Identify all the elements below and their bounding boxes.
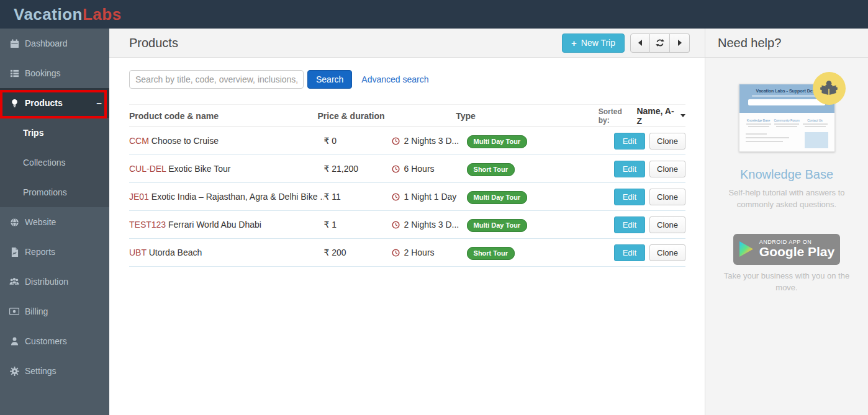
column-header-price-duration: Price & duration — [317, 111, 456, 121]
row-actions: Edit Clone — [614, 133, 685, 149]
sidebar-item-billing[interactable]: Billing — [0, 297, 109, 326]
sidebar-item-distribution[interactable]: Distribution — [0, 267, 109, 297]
sidebar-item-reports[interactable]: Reports — [0, 237, 109, 267]
google-play-badge[interactable]: ANDROID APP ON Google Play — [733, 234, 840, 265]
collapse-minus-icon[interactable]: − — [96, 98, 102, 109]
product-name-text: Ferrari World Abu Dhabi — [168, 220, 261, 230]
plus-icon: + — [571, 38, 577, 48]
type-badge: Multi Day Tour — [467, 219, 528, 232]
product-name-text: Exotic India – Rajasthan, Agra & Delhi B… — [151, 192, 324, 202]
search-input[interactable] — [129, 70, 304, 89]
knowledge-base-link[interactable]: Knowledge Base — [705, 167, 868, 182]
type-badge: Short Tour — [467, 163, 515, 176]
help-panel-title: Need help? — [705, 29, 868, 58]
table-header: Product code & name Price & duration Typ… — [129, 104, 685, 127]
edit-button[interactable]: Edit — [614, 161, 645, 177]
product-code-link[interactable]: TEST123 — [129, 220, 166, 230]
knowledge-base-thumbnail[interactable]: Vacation Labs - Support Desk Knowledge B… — [739, 84, 835, 152]
type-cell: Short Tour — [467, 164, 614, 174]
sidebar-item-label: Website — [25, 217, 56, 227]
arrow-right-icon — [678, 40, 682, 46]
price-cell: ₹ 21,200 — [323, 164, 391, 174]
duration-cell: 2 Nights 3 D... — [392, 220, 467, 230]
sidebar-item-trips[interactable]: Trips — [0, 118, 109, 148]
product-code-link[interactable]: CUL-DEL — [129, 164, 166, 174]
duration-cell: 1 Night 1 Day — [392, 192, 467, 202]
thumb-col-label: Community Forum — [774, 118, 800, 122]
vacationlabs-logo[interactable]: VacationLabs — [14, 5, 122, 24]
type-cell: Multi Day Tour — [467, 192, 614, 202]
type-cell: Multi Day Tour — [467, 136, 614, 146]
price-cell: ₹ 11 — [323, 192, 391, 202]
sidebar-item-label: Bookings — [25, 68, 61, 78]
product-name-cell: CUL-DEL Exotic Bike Tour — [129, 164, 323, 174]
users-icon — [9, 277, 19, 287]
row-actions: Edit Clone — [614, 216, 685, 233]
edit-button[interactable]: Edit — [614, 244, 645, 261]
advanced-search-link[interactable]: Advanced search — [361, 74, 428, 84]
price-cell: ₹ 1 — [323, 220, 391, 230]
duration-cell: 6 Hours — [392, 164, 467, 174]
table-row: TEST123 Ferrari World Abu Dhabi ₹ 1 2 Ni… — [129, 211, 685, 239]
clone-button[interactable]: Clone — [649, 244, 685, 261]
table-row: CUL-DEL Exotic Bike Tour ₹ 21,200 6 Hour… — [129, 155, 685, 183]
globe-icon — [9, 217, 19, 227]
sidebar-item-collections[interactable]: Collections — [0, 148, 109, 177]
logo-part-vacation: Vacation — [14, 5, 83, 24]
google-play-caption: Take your business with you on the move. — [717, 270, 857, 294]
next-page-button[interactable] — [670, 33, 690, 53]
edit-button[interactable]: Edit — [614, 216, 645, 233]
top-navbar: VacationLabs — [0, 0, 868, 29]
product-name-cell: JE01 Exotic India – Rajasthan, Agra & De… — [129, 192, 323, 202]
table-row: CCM Choose to Cruise ₹ 0 2 Nights 3 D...… — [129, 127, 685, 155]
refresh-button[interactable] — [650, 33, 670, 53]
product-name-cell: TEST123 Ferrari World Abu Dhabi — [129, 220, 323, 230]
sidebar-item-bookings[interactable]: Bookings — [0, 58, 109, 88]
sidebar-item-label: Collections — [23, 158, 65, 167]
row-actions: Edit Clone — [614, 189, 685, 205]
duration-text: 6 Hours — [404, 164, 435, 174]
reading-person-icon — [813, 72, 846, 105]
edit-button[interactable]: Edit — [614, 133, 645, 149]
sidebar-item-customers[interactable]: Customers — [0, 326, 109, 356]
sidebar-item-promotions[interactable]: Promotions — [0, 177, 109, 207]
clone-button[interactable]: Clone — [649, 189, 685, 205]
sidebar-item-label: Products — [25, 98, 63, 108]
sidebar-item-dashboard[interactable]: Dashboard — [0, 29, 109, 58]
help-panel: Need help? Vacation Labs - Support Desk … — [705, 29, 868, 415]
row-actions: Edit Clone — [614, 161, 685, 177]
sidebar-item-label: Settings — [25, 366, 57, 376]
clock-icon — [392, 137, 400, 145]
edit-button[interactable]: Edit — [614, 189, 645, 205]
search-button[interactable]: Search — [307, 70, 352, 89]
prev-page-button[interactable] — [630, 33, 650, 53]
type-badge: Multi Day Tour — [467, 135, 528, 148]
sidebar-item-website[interactable]: Website — [0, 207, 109, 237]
sort-dropdown[interactable]: Sorted by: Name, A-Z — [599, 106, 685, 126]
column-header-type: Type — [456, 111, 599, 121]
clock-icon — [392, 221, 400, 229]
money-icon — [9, 306, 19, 316]
thumb-side-box — [805, 132, 828, 148]
price-cell: ₹ 200 — [323, 248, 391, 257]
sidebar-item-products[interactable]: Products − — [0, 88, 109, 118]
clock-icon — [392, 249, 400, 257]
google-play-triangle-icon — [739, 241, 754, 257]
product-code-link[interactable]: JE01 — [129, 192, 149, 202]
sidebar-item-settings[interactable]: Settings — [0, 356, 109, 386]
new-trip-button[interactable]: +New Trip — [562, 33, 625, 53]
type-cell: Multi Day Tour — [467, 220, 614, 230]
logo-part-labs: Labs — [83, 5, 122, 24]
clone-button[interactable]: Clone — [649, 216, 685, 233]
page-header: Products +New Trip — [109, 29, 705, 58]
clone-button[interactable]: Clone — [649, 133, 685, 149]
type-badge: Short Tour — [467, 247, 515, 260]
product-code-link[interactable]: UBT — [129, 248, 147, 257]
user-icon — [9, 336, 19, 346]
table-row: UBT Utorda Beach ₹ 200 2 Hours Short Tou… — [129, 239, 685, 267]
support-desk-searchbar — [748, 99, 825, 105]
clone-button[interactable]: Clone — [649, 161, 685, 177]
product-code-link[interactable]: CCM — [129, 136, 149, 146]
product-name-text: Exotic Bike Tour — [168, 164, 230, 174]
sort-prefix-label: Sorted by: — [599, 107, 634, 125]
